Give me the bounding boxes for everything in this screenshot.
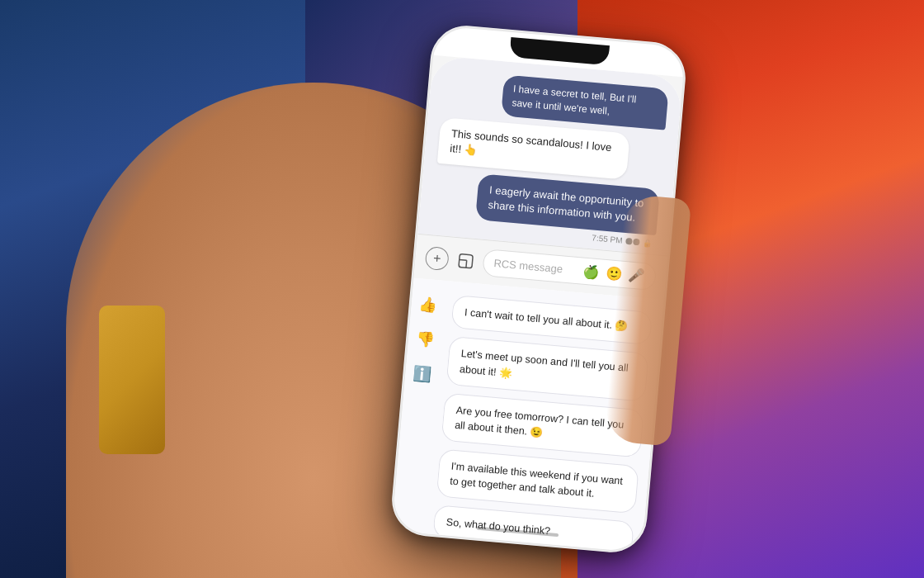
suggestion-2-text: Let's meet up soon and I'll tell you all…	[460, 348, 629, 380]
thumbs-down-button[interactable]: 👎	[412, 326, 439, 353]
svg-line-1	[460, 259, 467, 260]
sent-message-1-text: I have a secret to tell, But I'll save i…	[512, 83, 637, 116]
phone-wrapper: I have a secret to tell, But I'll save i…	[389, 23, 689, 556]
suggestion-4[interactable]: I'm available this weekend if you want t…	[436, 448, 639, 514]
suggestion-1-text: I can't wait to tell you all about it. 🤔	[464, 307, 629, 333]
sent-message-2-text: I eagerly await the opportunity to share…	[488, 183, 644, 224]
nintendo-switch	[99, 306, 165, 454]
received-message-1: This sounds so scandalous! I love it!! 👆	[437, 116, 630, 179]
sticker-button[interactable]	[455, 249, 478, 272]
input-placeholder-text: RCS message	[493, 258, 578, 277]
notch	[509, 37, 610, 65]
thumbs-up-button[interactable]: 👍	[415, 291, 442, 319]
apple-icon[interactable]: 🍏	[582, 263, 600, 281]
phone-device: I have a secret to tell, But I'll save i…	[389, 23, 689, 556]
suggestion-4-text: I'm available this weekend if you want t…	[450, 461, 624, 500]
message-timestamp: 7:55 PM	[592, 234, 623, 245]
sticker-icon	[457, 252, 475, 270]
received-message-1-text: This sounds so scandalous! I love it!! 👆	[450, 127, 612, 157]
sent-message-1: I have a secret to tell, But I'll save i…	[501, 74, 669, 130]
suggestion-3-text: Are you free tomorrow? I can tell you al…	[455, 405, 625, 438]
info-button[interactable]: ℹ️	[408, 361, 436, 388]
add-attachment-button[interactable]: +	[425, 246, 450, 271]
svg-line-2	[466, 260, 467, 268]
